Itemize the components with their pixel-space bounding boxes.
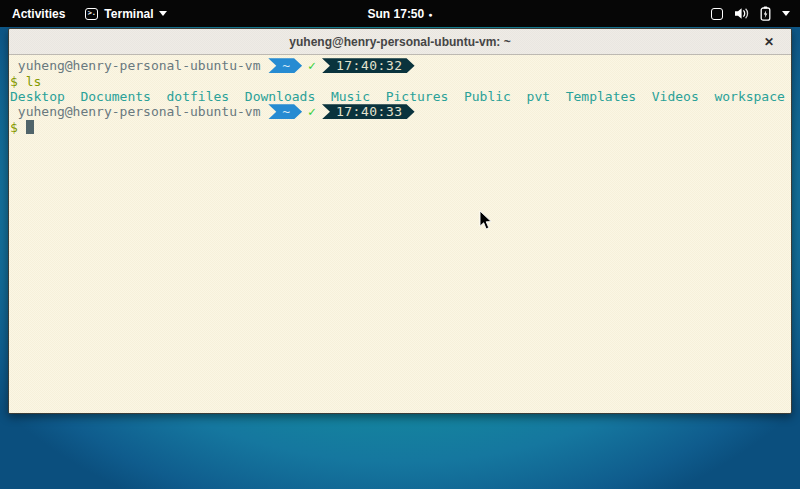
status-check-icon: ✓ — [308, 58, 316, 73]
time-segment: 17:40:33 — [322, 104, 415, 119]
prompt-line-2: yuheng@henry-personal-ubuntu-vm ~ ✓ 17:4… — [10, 104, 790, 119]
gnome-top-bar: Activities >. Terminal Sun 17:50 ● — [0, 0, 800, 27]
typed-command: ls — [26, 74, 42, 89]
chevron-down-icon — [782, 11, 790, 16]
ls-output-line: Desktop Documents dotfiles Downloads Mus… — [10, 89, 790, 104]
command-line-2: $ — [10, 120, 790, 135]
battery-charging-icon — [760, 6, 771, 21]
activities-label: Activities — [12, 7, 65, 21]
cwd-segment: ~ — [268, 58, 302, 73]
clock-button[interactable]: Sun 17:50 ● — [368, 7, 433, 21]
cwd-segment: ~ — [268, 104, 302, 119]
volume-icon — [734, 7, 749, 20]
terminal-titlebar[interactable]: yuheng@henry-personal-ubuntu-vm: ~ ✕ — [9, 29, 791, 55]
chevron-down-icon — [159, 11, 167, 16]
time-segment: 17:40:32 — [322, 58, 415, 73]
activities-button[interactable]: Activities — [0, 0, 77, 27]
terminal-window: yuheng@henry-personal-ubuntu-vm: ~ ✕ yuh… — [8, 28, 792, 414]
terminal-icon: >. — [85, 8, 98, 20]
prompt-user-host: yuheng@henry-personal-ubuntu-vm — [10, 58, 268, 73]
close-button[interactable]: ✕ — [759, 29, 779, 55]
notification-dot: ● — [428, 11, 432, 18]
prompt-user-host: yuheng@henry-personal-ubuntu-vm — [10, 104, 268, 119]
shell-prompt: $ — [10, 120, 26, 135]
ls-output: Desktop Documents dotfiles Downloads Mus… — [10, 89, 785, 104]
window-title: yuheng@henry-personal-ubuntu-vm: ~ — [9, 35, 791, 49]
command-line-1: $ ls — [10, 73, 790, 88]
system-status-area[interactable] — [711, 0, 790, 27]
app-menu-label: Terminal — [104, 7, 153, 21]
terminal-content[interactable]: yuheng@henry-personal-ubuntu-vm ~ ✓ 17:4… — [9, 55, 791, 413]
prompt-line-1: yuheng@henry-personal-ubuntu-vm ~ ✓ 17:4… — [10, 58, 790, 73]
shell-prompt: $ — [10, 74, 26, 89]
status-check-icon: ✓ — [308, 104, 316, 119]
terminal-cursor — [26, 120, 34, 134]
screen-icon — [711, 8, 723, 20]
clock-label: Sun 17:50 — [368, 7, 425, 21]
app-menu-terminal[interactable]: >. Terminal — [77, 0, 175, 27]
